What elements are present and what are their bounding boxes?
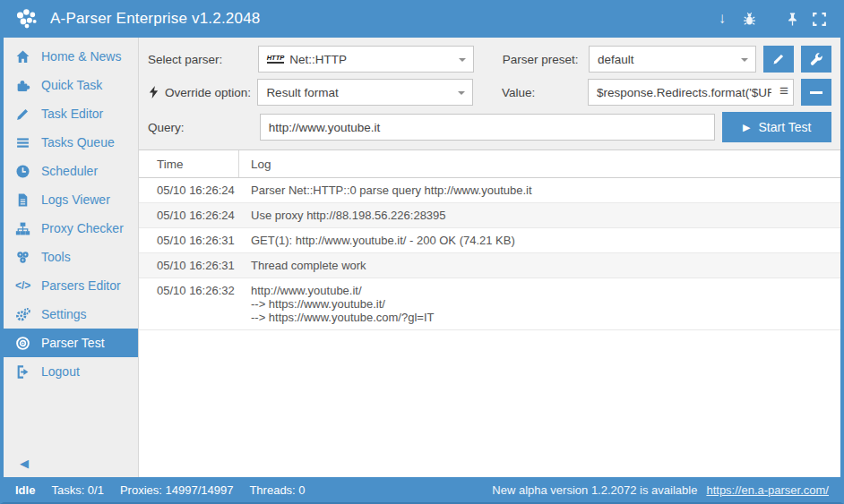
sidebar-item-logout[interactable]: Logout (4, 357, 138, 386)
sidebar-item-label: Tools (41, 250, 71, 264)
start-test-label: Start Test (758, 120, 811, 134)
pin-icon[interactable] (783, 10, 801, 28)
http-parser-icon: HTTP (267, 55, 285, 64)
sidebar-item-label: Logs Viewer (41, 192, 110, 207)
status-tasks: Tasks: 0/1 (51, 483, 104, 497)
sidebar-item-task-editor[interactable]: Task Editor (4, 99, 138, 128)
override-option-label: Override option: (165, 86, 251, 99)
sidebar-item-label: Quick Task (41, 78, 102, 92)
puzzle-icon (15, 78, 30, 93)
minus-icon (810, 91, 822, 94)
parser-test-form: Select parser: HTTP Net::HTTP Parser pre… (139, 38, 840, 150)
select-parser-dropdown[interactable]: HTTP Net::HTTP (258, 46, 474, 73)
sidebar-item-label: Task Editor (41, 107, 103, 121)
sidebar-item-label: Proxy Checker (41, 221, 124, 235)
log-message: http://www.youtube.it/ --> https://www.y… (239, 284, 840, 324)
start-test-button[interactable]: ▶ Start Test (722, 112, 831, 142)
log-time: 05/10 16:26:24 (139, 209, 239, 222)
override-bolt-icon (148, 86, 159, 98)
status-bar: Idle Tasks: 0/1 Proxies: 14997/14997 Thr… (4, 477, 840, 502)
home-icon (15, 49, 30, 64)
sidebar-item-tools[interactable]: Tools (4, 243, 138, 271)
cubes-icon (15, 250, 30, 265)
sidebar-item-scheduler[interactable]: Scheduler (4, 157, 138, 185)
sidebar: Home & News Quick Task Task Editor Tasks… (4, 38, 139, 477)
a-parser-logo-icon (13, 5, 41, 32)
wrench-icon (809, 52, 823, 66)
sidebar-item-parser-test[interactable]: Parser Test (4, 329, 138, 357)
app-window: A-Parser Enterprise v1.2.2048 ↓ (0, 0, 844, 504)
app-title: A-Parser Enterprise v1.2.2048 (50, 10, 260, 28)
table-row[interactable]: 05/10 16:26:24 Use proxy http://88.198.5… (139, 203, 840, 228)
query-field-wrap (260, 114, 716, 141)
select-parser-value: Net::HTTP (289, 53, 347, 66)
table-row[interactable]: 05/10 16:26:31 GET(1): http://www.youtub… (139, 228, 840, 253)
log-message: Thread complete work (239, 259, 840, 272)
sidebar-item-label: Settings (41, 307, 87, 321)
sidebar-item-label: Logout (41, 364, 80, 379)
select-parser-label: Select parser: (148, 53, 222, 66)
table-row[interactable]: 05/10 16:26:24 Parser Net::HTTP::0 parse… (139, 178, 840, 203)
sidebar-item-proxy-checker[interactable]: Proxy Checker (4, 214, 138, 243)
log-table-header: Time Log (139, 150, 840, 178)
query-label: Query: (148, 121, 185, 134)
log-time: 05/10 16:26:24 (139, 184, 239, 197)
sitemap-icon (15, 221, 30, 236)
parser-preset-label: Parser preset: (503, 53, 579, 66)
value-input[interactable] (589, 80, 793, 105)
target-icon (15, 336, 30, 351)
table-row[interactable]: 05/10 16:26:32 http://www.youtube.it/ --… (139, 278, 840, 330)
update-message: New alpha version 1.2.2072 is available (492, 483, 697, 497)
download-icon[interactable]: ↓ (713, 10, 731, 28)
clock-icon (15, 164, 30, 179)
gears-icon (15, 307, 30, 322)
sidebar-item-tasks-queue[interactable]: Tasks Queue (4, 128, 138, 157)
parser-preset-value: default (598, 53, 634, 66)
override-option-dropdown[interactable]: Result format (257, 79, 473, 106)
sidebar-item-label: Parsers Editor (41, 278, 121, 293)
sidebar-item-logs-viewer[interactable]: Logs Viewer (4, 185, 138, 214)
sidebar-item-label: Scheduler (41, 164, 98, 178)
sidebar-item-quick-task[interactable]: Quick Task (4, 71, 138, 99)
sidebar-item-label: Home & News (41, 49, 121, 64)
table-row[interactable]: 05/10 16:26:31 Thread complete work (139, 253, 840, 278)
sidebar-item-home-news[interactable]: Home & News (4, 42, 138, 71)
sidebar-item-label: Tasks Queue (41, 135, 115, 149)
value-menu-icon[interactable]: ≡ (779, 82, 788, 100)
pencil-icon (771, 52, 786, 66)
main-content: Select parser: HTTP Net::HTTP Parser pre… (139, 38, 840, 477)
log-message: GET(1): http://www.youtube.it/ - 200 OK … (239, 234, 840, 247)
value-label: Value: (502, 86, 535, 99)
status-threads: Threads: 0 (249, 483, 305, 497)
log-table: Time Log 05/10 16:26:24 Parser Net::HTTP… (139, 150, 840, 330)
sidebar-collapse-icon[interactable]: ◀ (20, 457, 29, 470)
parser-preset-dropdown[interactable]: default (589, 46, 756, 73)
logout-icon (15, 364, 30, 380)
remove-override-button[interactable] (801, 79, 831, 106)
parser-settings-button[interactable] (801, 46, 831, 73)
pencil-icon (15, 107, 30, 122)
bug-report-icon[interactable] (740, 10, 758, 28)
sidebar-item-settings[interactable]: Settings (4, 300, 138, 329)
code-icon: </> (15, 279, 33, 292)
override-option-value: Result format (266, 86, 338, 99)
value-field-wrap: ≡ (588, 79, 794, 106)
query-input[interactable] (261, 115, 715, 140)
column-header-log[interactable]: Log (239, 158, 840, 171)
title-bar: A-Parser Enterprise v1.2.2048 ↓ (4, 0, 840, 38)
list-icon (15, 135, 30, 150)
play-icon: ▶ (743, 122, 750, 133)
update-link[interactable]: https://en.a-parser.com/ (706, 483, 829, 497)
status-state: Idle (15, 483, 35, 497)
document-icon (15, 192, 30, 208)
log-time: 05/10 16:26:32 (139, 284, 239, 297)
log-message: Use proxy http://88.198.56.226:28395 (239, 209, 840, 222)
fullscreen-icon[interactable] (810, 10, 828, 28)
log-message: Parser Net::HTTP::0 parse query http://w… (239, 184, 840, 197)
status-proxies: Proxies: 14997/14997 (120, 483, 233, 497)
log-time: 05/10 16:26:31 (139, 234, 239, 247)
column-header-time[interactable]: Time (139, 150, 239, 177)
sidebar-item-label: Parser Test (41, 336, 105, 350)
sidebar-item-parsers-editor[interactable]: </> Parsers Editor (4, 271, 138, 300)
edit-preset-button[interactable] (763, 46, 794, 73)
